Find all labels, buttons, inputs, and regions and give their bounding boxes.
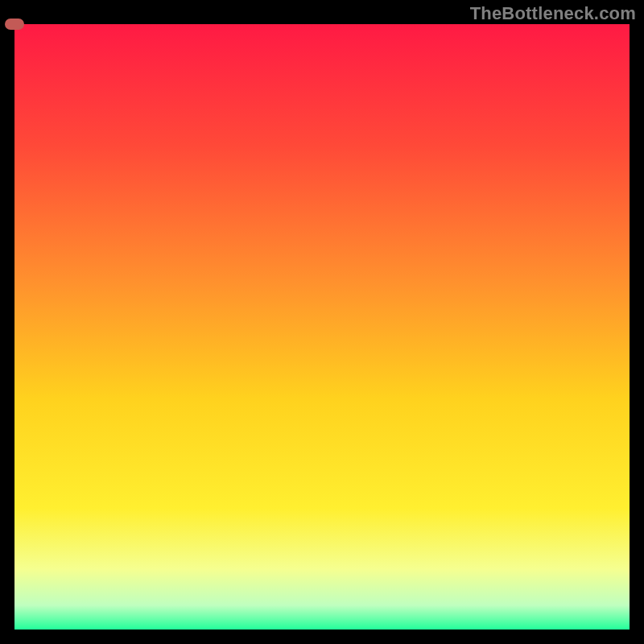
plot-area — [14, 24, 630, 630]
valley-marker — [5, 19, 24, 30]
chart-frame: TheBottleneck.com — [0, 0, 644, 644]
bottleneck-curve — [14, 24, 630, 630]
watermark-text: TheBottleneck.com — [470, 3, 636, 24]
